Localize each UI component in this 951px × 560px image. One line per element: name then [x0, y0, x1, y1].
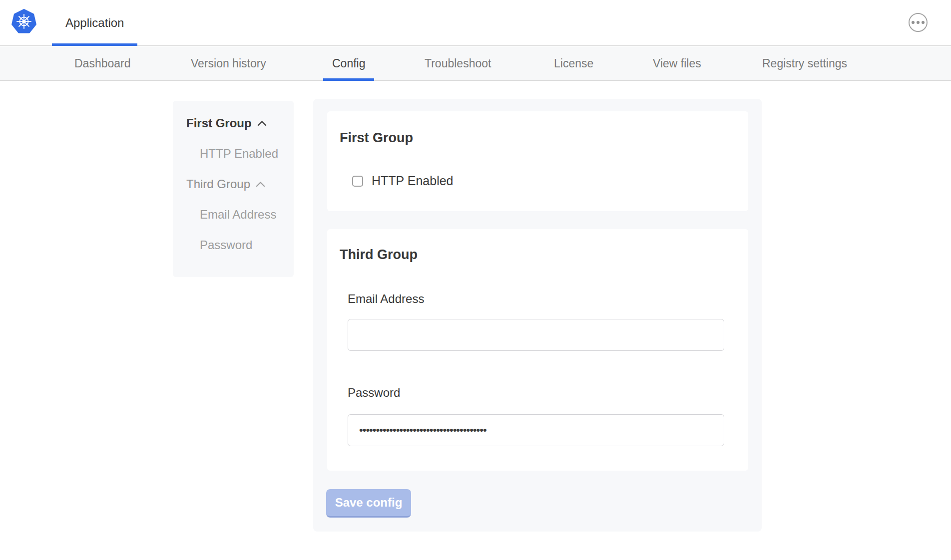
sidebar-item-password[interactable]: Password: [200, 239, 294, 251]
kubernetes-logo-icon: [11, 9, 37, 37]
sidebar-group-first-group[interactable]: First Group: [186, 117, 294, 129]
tab-label: Troubleshoot: [425, 57, 491, 70]
ellipsis-icon: [912, 21, 915, 24]
tab-label: Registry settings: [762, 57, 847, 70]
tab-license[interactable]: License: [545, 46, 602, 81]
config-groups-sidebar: First Group HTTP Enabled Third Group Ema…: [173, 101, 294, 277]
app-tab-label: Application: [65, 16, 124, 30]
password-input[interactable]: [348, 414, 724, 446]
config-navbar: Dashboard Version history Config Trouble…: [0, 46, 951, 81]
sidebar-item-label: Password: [200, 238, 252, 252]
sidebar-group-label: First Group: [186, 116, 252, 130]
active-tab-underline: [52, 43, 137, 46]
tab-label: License: [554, 57, 593, 70]
tab-label: View files: [653, 57, 701, 70]
tab-view-files[interactable]: View files: [644, 46, 710, 81]
top-bar: Application: [0, 0, 951, 46]
tab-registry-settings[interactable]: Registry settings: [753, 46, 856, 81]
chevron-up-icon: [257, 120, 267, 126]
checkbox-label: HTTP Enabled: [372, 174, 454, 188]
sidebar-item-email-address[interactable]: Email Address: [200, 209, 294, 221]
chevron-up-icon: [256, 181, 265, 187]
group-title: Third Group: [340, 247, 418, 263]
sidebar-item-http-enabled[interactable]: HTTP Enabled: [200, 148, 294, 160]
config-main-panel: First Group HTTP Enabled Third Group Ema…: [313, 99, 762, 532]
tab-label: Config: [332, 57, 365, 70]
sidebar-item-label: Email Address: [200, 208, 276, 222]
config-group-card-first-group: First Group HTTP Enabled: [327, 111, 748, 211]
email-address-input[interactable]: [348, 319, 724, 351]
tab-troubleshoot[interactable]: Troubleshoot: [416, 46, 500, 81]
tab-application[interactable]: Application: [52, 0, 137, 46]
sidebar-item-label: HTTP Enabled: [200, 147, 278, 161]
config-group-card-third-group: Third Group Email Address Password: [327, 229, 748, 471]
password-label: Password: [348, 386, 400, 400]
http-enabled-field: HTTP Enabled: [352, 174, 454, 188]
tab-label: Dashboard: [74, 57, 131, 70]
tab-dashboard[interactable]: Dashboard: [65, 46, 140, 81]
save-config-button[interactable]: Save config: [326, 489, 411, 518]
group-title: First Group: [340, 130, 413, 146]
ellipsis-icon: [922, 21, 925, 24]
tab-version-history[interactable]: Version history: [182, 46, 275, 81]
ellipsis-icon: [917, 21, 920, 24]
sidebar-group-label: Third Group: [186, 177, 250, 191]
tab-config[interactable]: Config: [323, 46, 374, 81]
tab-label: Version history: [191, 57, 266, 70]
active-tab-underline: [323, 78, 374, 81]
http-enabled-checkbox[interactable]: [352, 176, 363, 187]
overflow-menu-button[interactable]: [909, 13, 928, 32]
email-address-label: Email Address: [348, 292, 424, 306]
sidebar-group-third-group[interactable]: Third Group: [186, 178, 294, 190]
